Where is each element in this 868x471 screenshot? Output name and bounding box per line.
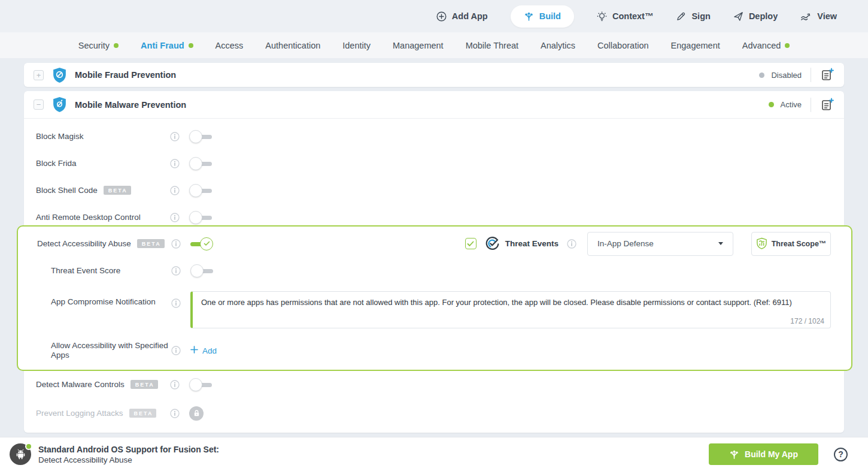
info-icon[interactable] xyxy=(171,346,181,355)
notification-message-input[interactable]: One or more apps has permissions that ar… xyxy=(193,292,830,328)
tab-label: Mobile Threat xyxy=(466,41,518,50)
panel-header: Mobile Malware Prevention Active xyxy=(24,91,844,119)
active-dot xyxy=(189,43,193,48)
status-dot xyxy=(759,73,764,78)
question-mark: ? xyxy=(838,449,843,459)
toggle-block-magisk[interactable] xyxy=(189,130,212,143)
tab-analytics[interactable]: Analytics xyxy=(541,41,575,50)
threat-scope-shield-icon xyxy=(756,237,767,250)
add-circle-icon xyxy=(436,11,447,22)
status-badge: Active xyxy=(781,100,802,109)
view-nav-button[interactable]: View xyxy=(800,11,837,21)
feature-row-prevent-logging-attacks: Prevent Logging AttacksBETA xyxy=(24,400,844,427)
collapse-icon[interactable] xyxy=(34,99,44,110)
add-link-label: Add xyxy=(202,346,217,355)
footer-bar: Standard Android OS Support for Fusion S… xyxy=(0,437,868,471)
threat-events-mode-dropdown[interactable]: In-App Defense xyxy=(587,232,733,256)
info-icon[interactable] xyxy=(567,239,576,249)
deploy-nav-button[interactable]: Deploy xyxy=(733,11,778,22)
beta-badge: BETA xyxy=(129,409,157,418)
chevron-down-icon xyxy=(718,242,723,245)
trend-waves-icon xyxy=(800,12,812,21)
toggle-block-shell-code[interactable] xyxy=(189,184,212,197)
tab-security[interactable]: Security xyxy=(78,41,119,50)
toggle-detect-malware-controls[interactable] xyxy=(189,378,212,391)
info-icon[interactable] xyxy=(171,239,181,249)
feature-row-detect-malware-controls: Detect Malware ControlsBETA xyxy=(24,371,844,398)
category-tab-bar: Security Anti Fraud Access Authenticatio… xyxy=(0,32,868,58)
expand-icon[interactable] xyxy=(34,70,44,80)
tab-advanced[interactable]: Advanced xyxy=(742,41,790,50)
threat-events-controls: Threat Events In-App Defense Threat Scop… xyxy=(465,232,831,256)
info-icon[interactable] xyxy=(170,409,180,418)
android-os-badge xyxy=(10,443,31,465)
build-nav-button[interactable]: Build xyxy=(511,5,574,28)
info-icon[interactable] xyxy=(170,132,180,141)
panel-body: Block Magisk Block Frida Block Shell Cod… xyxy=(24,119,844,427)
help-button[interactable]: ? xyxy=(834,448,848,461)
feature-label: Detect Accessibility Abuse xyxy=(37,239,131,248)
info-icon[interactable] xyxy=(170,380,180,390)
sign-nav-button[interactable]: Sign xyxy=(676,11,710,22)
info-icon[interactable] xyxy=(170,159,180,168)
context-nav-label: Context™ xyxy=(612,11,653,21)
tab-identity[interactable]: Identity xyxy=(342,41,371,50)
tab-label: Analytics xyxy=(541,41,575,50)
tab-mobile-threat[interactable]: Mobile Threat xyxy=(466,41,518,50)
info-icon[interactable] xyxy=(170,186,180,195)
tab-management[interactable]: Management xyxy=(393,41,444,50)
fusion-set-feature: Detect Accessibility Abuse xyxy=(38,455,219,464)
toggle-detect-accessibility-abuse[interactable] xyxy=(190,237,213,250)
toggle-block-frida[interactable] xyxy=(189,157,212,170)
feature-row-block-shell-code: Block Shell CodeBETA xyxy=(24,177,844,204)
feature-label: Threat Event Score xyxy=(51,266,120,275)
status-green-dot xyxy=(25,443,32,450)
tab-label: Engagement xyxy=(671,41,720,50)
beta-badge: BETA xyxy=(137,239,165,248)
tab-collaboration[interactable]: Collaboration xyxy=(597,41,648,50)
mobile-fraud-prevention-panel: Mobile Fraud Prevention Disabled xyxy=(24,63,844,87)
feature-row-detect-accessibility-abuse: Detect Accessibility AbuseBETA Threat Ev… xyxy=(25,230,831,257)
plus-icon xyxy=(190,346,198,355)
beta-badge: BETA xyxy=(130,380,158,389)
active-dot xyxy=(785,43,790,48)
context-nav-button[interactable]: Context™ xyxy=(597,11,653,22)
tab-authentication[interactable]: Authentication xyxy=(265,41,320,50)
sign-nav-label: Sign xyxy=(691,11,710,21)
tab-anti-fraud[interactable]: Anti Fraud xyxy=(141,41,193,50)
mobile-malware-prevention-panel: Mobile Malware Prevention Active Block M… xyxy=(24,91,844,433)
add-note-icon[interactable] xyxy=(820,98,834,112)
feature-label: Block Shell Code xyxy=(36,186,98,195)
info-icon[interactable] xyxy=(171,298,181,308)
build-my-app-button[interactable]: Build My App xyxy=(709,443,818,465)
feature-label: Block Frida xyxy=(36,159,77,168)
tab-label: Anti Fraud xyxy=(141,41,184,50)
toggle-anti-remote-desktop[interactable] xyxy=(189,211,212,224)
threat-scope-button[interactable]: Threat Scope™ xyxy=(751,232,831,256)
add-app-to-list-button[interactable]: Add xyxy=(190,346,217,355)
feature-label: App Compromise Notification xyxy=(51,297,156,306)
build-icon xyxy=(729,449,739,460)
feature-label: Anti Remote Desktop Control xyxy=(36,213,141,222)
view-nav-label: View xyxy=(817,11,837,21)
add-app-button[interactable]: Add App xyxy=(436,11,488,22)
threat-events-checkbox[interactable] xyxy=(465,238,477,249)
paper-plane-icon xyxy=(733,11,743,22)
feature-row-threat-event-score: Threat Event Score xyxy=(25,257,831,284)
tab-access[interactable]: Access xyxy=(216,41,244,50)
tab-label: Access xyxy=(216,41,244,50)
tab-label: Advanced xyxy=(742,41,781,50)
tab-label: Management xyxy=(393,41,444,50)
info-icon[interactable] xyxy=(171,266,181,276)
dropdown-value: In-App Defense xyxy=(597,239,654,248)
add-note-icon[interactable] xyxy=(820,68,834,82)
add-app-label: Add App xyxy=(452,11,488,21)
feature-row-app-compromise-notification: App Compromise Notification One or more … xyxy=(25,284,831,328)
threat-events-icon xyxy=(485,236,500,251)
tab-label: Collaboration xyxy=(597,41,648,50)
toggle-threat-event-score[interactable] xyxy=(190,264,213,277)
tab-engagement[interactable]: Engagement xyxy=(671,41,720,50)
info-icon[interactable] xyxy=(170,213,180,222)
top-bar: Add App Build Context™ Sign Deploy View xyxy=(0,0,868,32)
feature-row-block-magisk: Block Magisk xyxy=(24,123,844,150)
